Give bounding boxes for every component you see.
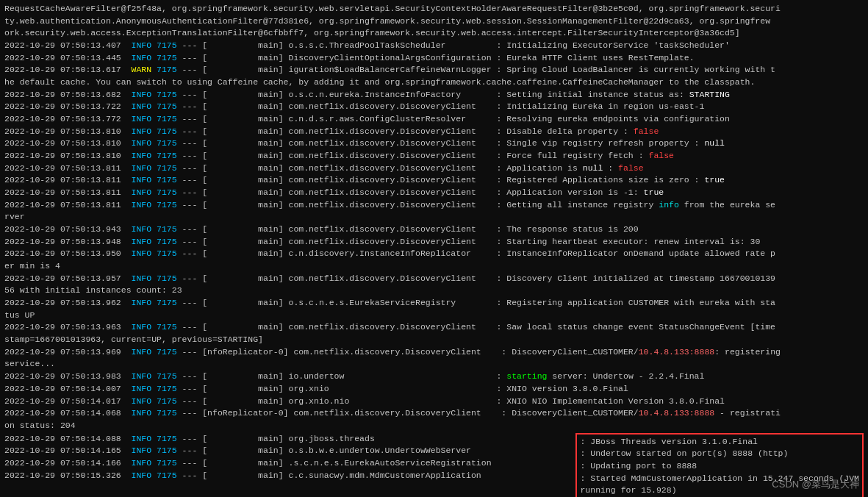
log-line-13: 2022-10-29 07:50:13.811 INFO 7175 --- [ … xyxy=(4,199,864,224)
log-line-16: 2022-10-29 07:50:13.950 INFO 7175 --- [ … xyxy=(4,248,864,272)
log-line-3: 2022-10-29 07:50:13.617 WARN 7175 --- [ … xyxy=(4,64,864,88)
log-line-2: 2022-10-29 07:50:13.445 INFO 7175 --- [ … xyxy=(4,52,864,65)
log-line-15: 2022-10-29 07:50:13.948 INFO 7175 --- [ … xyxy=(4,236,864,248)
log-line-24: 2022-10-29 07:50:14.068 INFO 7175 --- [n… xyxy=(4,407,864,432)
log-line-14: 2022-10-29 07:50:13.943 INFO 7175 --- [ … xyxy=(4,224,864,236)
watermark: CSDN @菜鸟是大神 xyxy=(772,478,859,491)
log-line-header: RequestCacheAwareFilter@f25f48a, org.spr… xyxy=(4,3,864,40)
log-line-1: 2022-10-29 07:50:13.407 INFO 7175 --- [ … xyxy=(4,40,864,52)
log-line-12: 2022-10-29 07:50:13.811 INFO 7175 --- [ … xyxy=(4,187,864,199)
log-line-box-4: 2022-10-29 07:50:15.326 INFO 7175 --- [ … xyxy=(4,470,571,482)
log-line-11: 2022-10-29 07:50:13.811 INFO 7175 --- [ … xyxy=(4,174,864,187)
log-line-box-3: 2022-10-29 07:50:14.166 INFO 7175 --- [ … xyxy=(4,457,571,470)
log-line-20: 2022-10-29 07:50:13.969 INFO 7175 --- [n… xyxy=(4,346,864,371)
terminal: RequestCacheAwareFilter@f25f48a, org.spr… xyxy=(0,0,868,497)
log-line-17: 2022-10-29 07:50:13.957 INFO 7175 --- [ … xyxy=(4,273,864,297)
log-line-6: 2022-10-29 07:50:13.772 INFO 7175 --- [ … xyxy=(4,113,864,126)
log-line-23: 2022-10-29 07:50:14.017 INFO 7175 --- [ … xyxy=(4,396,864,408)
log-line-22: 2022-10-29 07:50:14.007 INFO 7175 --- [ … xyxy=(4,383,864,396)
log-line-18: 2022-10-29 07:50:13.962 INFO 7175 --- [ … xyxy=(4,297,864,321)
log-line-box-2: 2022-10-29 07:50:14.165 INFO 7175 --- [ … xyxy=(4,445,571,457)
log-line-8: 2022-10-29 07:50:13.810 INFO 7175 --- [ … xyxy=(4,137,864,150)
log-line-box-1: 2022-10-29 07:50:14.088 INFO 7175 --- [ … xyxy=(4,433,571,446)
undertow-line: : Undertow started on port(s) 8888 (http… xyxy=(580,448,859,460)
log-line-10: 2022-10-29 07:50:13.811 INFO 7175 --- [ … xyxy=(4,162,864,175)
log-line-5: 2022-10-29 07:50:13.722 INFO 7175 --- [ … xyxy=(4,101,864,113)
log-line-19: 2022-10-29 07:50:13.963 INFO 7175 --- [ … xyxy=(4,321,864,346)
log-line-9: 2022-10-29 07:50:13.810 INFO 7175 --- [ … xyxy=(4,150,864,162)
log-line-21: 2022-10-29 07:50:13.983 INFO 7175 --- [ … xyxy=(4,371,864,383)
log-line-4: 2022-10-29 07:50:13.682 INFO 7175 --- [ … xyxy=(4,89,864,101)
updating-port-line: : Updating port to 8888 xyxy=(580,460,859,473)
log-line-7: 2022-10-29 07:50:13.810 INFO 7175 --- [ … xyxy=(4,126,864,138)
jboss-line: : JBoss Threads version 3.1.0.Final xyxy=(580,436,859,448)
